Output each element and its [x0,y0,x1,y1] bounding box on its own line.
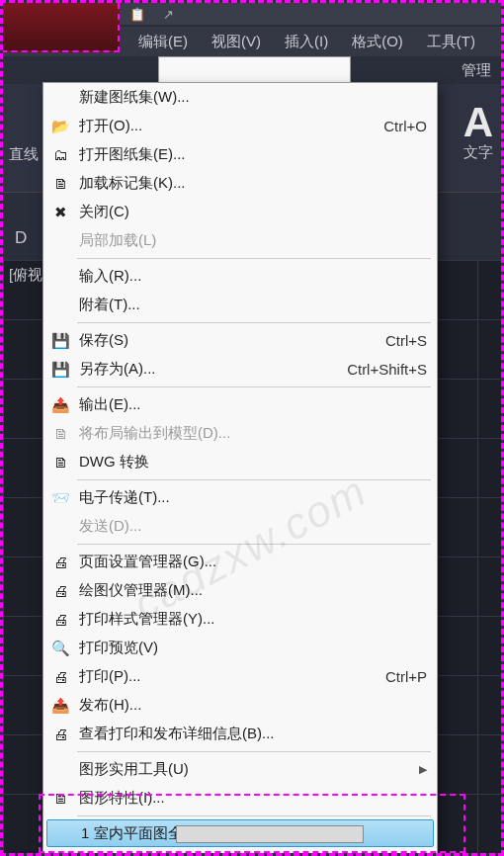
menu-save[interactable]: 💾 保存(S) Ctrl+S [43,326,437,355]
menu-shortcut: Ctrl+P [385,668,427,685]
blank-icon [49,517,71,537]
menu-drawing-props[interactable]: 🗎 图形特性(I)... [43,784,437,813]
menu-item-label: 电子传递(T)... [79,488,427,507]
menu-plot-preview[interactable]: 🔍 打印预览(V) [43,634,437,662]
menu-view[interactable]: 视图(V) [200,28,273,56]
tab-manage[interactable]: 管理 [462,61,491,80]
ribbon-text-panel[interactable]: A 文字 [463,102,493,162]
menu-save-as[interactable]: 💾 另存为(A)... Ctrl+Shift+S [43,355,437,384]
menu-close[interactable]: ✖ 关闭(C) [43,198,437,226]
menu-item-label: 发送(D)... [79,517,427,536]
drawing-tab-label[interactable]: D [15,228,27,248]
menu-shortcut: Ctrl+O [383,118,427,134]
page-setup-icon: 🖨 [49,553,71,572]
menu-item-label: 打印样式管理器(Y)... [79,610,427,629]
plot-style-icon: 🖨 [49,610,71,630]
menu-item-label: 关闭(C) [79,203,427,221]
menu-attach[interactable]: 附着(T)... [43,291,437,319]
menu-item-label: 打印预览(V) [79,639,427,657]
menu-tools[interactable]: 工具(T) [415,28,487,56]
menu-import[interactable]: 输入(R)... [43,262,437,291]
menu-layout-to-model: 🗎 将布局输出到模型(D)... [43,419,437,448]
menu-insert[interactable]: 插入(I) [273,28,340,56]
menu-item-label: 页面设置管理器(G)... [79,553,427,571]
menu-partial-load: 局部加载(L) [43,226,437,255]
qat-share-icon[interactable]: ↗ [163,7,174,22]
line-tool-label: 直线 [9,145,39,164]
menu-format[interactable]: 格式(O) [340,28,415,56]
menu-item-label: 图形特性(I)... [79,789,427,808]
save-as-icon: 💾 [49,360,71,380]
publish-icon: 📤 [49,696,71,716]
scrollbar-track[interactable] [176,825,364,843]
menu-page-setup[interactable]: 🖨 页面设置管理器(G)... [43,548,437,576]
menu-new-sheetset[interactable]: 新建图纸集(W)... [43,83,437,112]
view-label[interactable]: [俯视 [9,266,42,285]
menu-item-label: 查看打印和发布详细信息(B)... [79,725,427,743]
menu-shortcut: Ctrl+S [385,332,427,349]
menu-plotter-mgr[interactable]: 🖨 绘图仪管理器(M)... [43,576,437,605]
menu-item-label: 打开(O)... [79,117,374,135]
app-logo[interactable] [1,3,120,52]
menu-item-label: 局部加载(L) [79,231,427,250]
text-tool-label: 文字 [463,143,493,162]
menu-publish[interactable]: 📤 发布(H)... [43,691,437,720]
menu-item-label: 绘图仪管理器(M)... [79,581,427,600]
save-icon: 💾 [49,331,71,351]
menu-load-markup[interactable]: 🗎 加载标记集(K)... [43,169,437,198]
menu-edit[interactable]: 编辑(E) [126,28,200,56]
qat-icon[interactable]: 📋 [129,7,145,22]
menu-separator [77,258,431,259]
menu-plot[interactable]: 🖨 打印(P)... Ctrl+P [43,662,437,691]
menu-open[interactable]: 📂 打开(O)... Ctrl+O [43,112,437,140]
export-icon: 📤 [49,395,71,415]
menu-open-sheetset[interactable]: 🗂 打开图纸集(E)... [43,140,437,169]
menu-export[interactable]: 📤 输出(E)... [43,390,437,419]
submenu-arrow-icon: ▶ [419,763,427,776]
menu-item-label: 发布(H)... [79,696,427,715]
folder-open-icon: 📂 [49,117,71,136]
sheetset-icon: 🗂 [49,145,71,165]
menu-item-label: 保存(S) [79,331,376,350]
menu-separator [77,815,431,816]
blank-icon [49,88,71,108]
file-menu-dropdown: cadzxw.com 新建图纸集(W)... 📂 打开(O)... Ctrl+O… [42,82,438,854]
menu-plot-details[interactable]: 🖨 查看打印和发布详细信息(B)... [43,720,437,748]
text-tool-icon: A [463,102,493,143]
menu-item-label: DWG 转换 [79,453,427,471]
menu-plot-style-mgr[interactable]: 🖨 打印样式管理器(Y)... [43,605,437,634]
menu-etransmit[interactable]: 📨 电子传递(T)... [43,483,437,512]
menu-item-label: 另存为(A)... [79,360,337,379]
ribbon-tabs: 管理 [462,56,501,84]
menu-shortcut: Ctrl+Shift+S [347,361,427,378]
menu-item-label: 加载标记集(K)... [79,174,427,193]
menu-separator [77,479,431,480]
menu-connector [158,56,351,84]
close-icon: ✖ [49,203,71,222]
properties-icon: 🗎 [49,789,71,809]
plotter-icon: 🖨 [49,581,71,601]
layout-icon: 🗎 [49,424,71,444]
menu-item-label: 输入(R)... [79,267,427,286]
menu-separator [77,544,431,545]
print-icon: 🖨 [49,667,71,687]
etransmit-icon: 📨 [49,488,71,508]
menu-dwg-convert[interactable]: 🗎 DWG 转换 [43,448,437,476]
blank-icon [49,760,71,780]
menu-item-label: 将布局输出到模型(D)... [79,424,427,443]
menu-drawing-utils[interactable]: 图形实用工具(U) ▶ [43,755,437,784]
menu-send: 发送(D)... [43,512,437,541]
menu-item-label: 图形实用工具(U) [79,760,413,779]
menu-item-label: 打印(P)... [79,667,376,686]
menu-separator [77,322,431,323]
menu-item-label: 输出(E)... [79,395,427,414]
markup-icon: 🗎 [49,174,71,194]
blank-icon [49,267,71,287]
blank-icon [49,231,71,251]
menu-item-label: 新建图纸集(W)... [79,88,427,107]
menu-item-label: 打开图纸集(E)... [79,145,427,164]
blank-icon [49,296,71,315]
menu-separator [77,751,431,752]
preview-icon: 🔍 [49,639,71,658]
menu-item-label: 附着(T)... [79,296,427,314]
